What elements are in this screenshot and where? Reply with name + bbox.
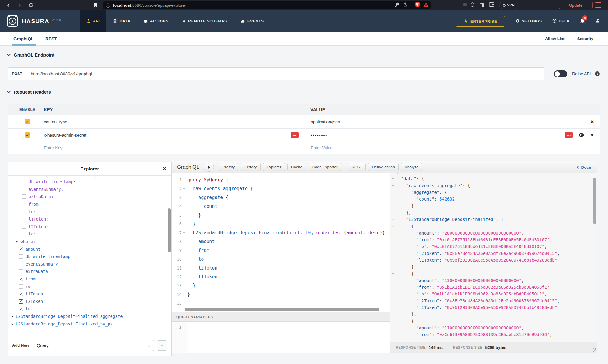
operation-type-select[interactable]: Query [33,340,154,351]
field-checkbox[interactable] [19,269,23,273]
enterprise-button[interactable]: ★ ENTERPRISE [456,16,505,27]
masked-indicator-icon[interactable] [565,132,573,138]
subnav-link-allow-list[interactable]: Allow List [545,36,565,41]
graphql-endpoint-input[interactable]: http://localhost:8080/v1/graphql [26,67,544,80]
brave-shield-icon[interactable] [415,2,420,9]
nav-tab-data[interactable]: DATA [106,10,137,32]
chevron-down-icon[interactable] [7,53,10,56]
user-button[interactable] [595,18,600,24]
field-checkbox[interactable] [19,307,23,311]
new-header-value-input[interactable]: Enter Value [304,142,600,154]
chevron-down-icon[interactable] [7,90,10,93]
ghost-extension-icon[interactable] [470,2,475,8]
nav-tab-events[interactable]: EVENTS [234,10,271,32]
back-icon[interactable] [4,1,13,9]
notifications-button[interactable]: 8 [580,18,585,25]
site-info-icon[interactable]: i [106,3,110,8]
field-checkbox[interactable] [19,284,23,289]
toolbar-button-code-exporter[interactable]: Code Exporter [309,163,341,171]
relay-api-toggle[interactable] [554,70,567,77]
explorer-item-extradata[interactable]: extraData: [8,193,171,201]
enable-checkbox[interactable]: ✓ [25,119,30,124]
explorer-item-eventssummary[interactable]: eventsSummary: [8,186,171,193]
explorer-item-amount[interactable]: amount [8,245,171,253]
explorer-item-db_write_timestamp[interactable]: db_write_timestamp: [8,178,171,186]
header-key-input[interactable]: content-type [44,119,67,124]
nav-tab-actions[interactable]: ACTIONS [137,10,175,32]
explorer-item-to[interactable]: to [8,305,171,313]
subnav-link-security[interactable]: Security [577,36,593,41]
sidebar-extension-icon[interactable] [480,3,484,7]
toolbar-button-derive-action[interactable]: Derive action [368,163,399,171]
reveal-eye-icon[interactable] [579,133,584,137]
horizontal-scrollbar[interactable] [185,308,379,311]
field-checkbox[interactable] [19,299,23,304]
wallet-icon[interactable] [489,2,494,8]
expand-arrow-icon[interactable]: ▶ [12,322,13,325]
key-icon[interactable] [395,2,399,8]
nav-tab-remote-schemas[interactable]: REMOTE SCHEMAS [175,10,234,32]
masked-indicator-icon[interactable] [291,132,299,138]
header-value-input[interactable]: application/json [311,119,340,124]
explorer-item-db_write_timestamp[interactable]: db_write_timestamp [8,253,171,260]
help-button[interactable]: ? HELP [552,19,569,24]
remove-header-icon[interactable]: ✕ [590,119,594,125]
execute-query-button[interactable] [204,163,214,172]
remove-header-icon[interactable]: ✕ [590,132,594,138]
header-value-input[interactable]: •••••••• [311,133,327,138]
expand-arrow-icon[interactable]: ▶ [16,240,18,243]
explorer-item-to[interactable]: to: [8,230,171,238]
new-header-key-input[interactable]: Enter Key [35,146,304,150]
field-checkbox[interactable] [22,210,26,214]
menu-icon[interactable] [595,2,601,8]
explorer-item-l2token[interactable]: l2Token: [8,223,171,231]
query-editor[interactable]: 1▾query MyQuery {2▾ raw_events_aggregate… [172,173,390,310]
enable-checkbox[interactable]: ✓ [25,132,30,138]
share-icon[interactable] [403,2,407,8]
toolbar-button-history[interactable]: History [241,163,260,171]
field-checkbox[interactable] [19,247,23,251]
explorer-item-extradata[interactable]: extraData [8,268,171,275]
toolbar-button-rest[interactable]: REST [348,163,366,171]
explorer-item-l1token[interactable]: l1Token [8,290,171,298]
toolbar-button-explorer[interactable]: Explorer [263,163,285,171]
field-checkbox[interactable] [22,232,26,236]
add-operation-button[interactable]: + [157,340,167,351]
field-checkbox[interactable] [22,202,26,206]
warning-triangle-icon[interactable] [423,2,429,8]
explorer-item-l2standardbridge_depositfinalized_by_pk[interactable]: ▶L2StandardBridge_DepositFinalized_by_pk [8,320,171,328]
response-scrollbar[interactable] [593,178,596,224]
toolbar-button-analyze[interactable]: Analyze [401,163,422,171]
explorer-item-id[interactable]: id: [8,208,171,215]
reload-icon[interactable] [27,1,35,9]
field-checkbox[interactable] [22,187,26,191]
update-button[interactable]: Update [559,2,593,9]
subnav-tab-graphiql[interactable]: GraphiQL [13,32,34,46]
forward-icon[interactable] [15,1,24,9]
nav-tab-api[interactable]: API [80,10,107,32]
explorer-item-l1token[interactable]: l1Token: [8,215,171,223]
info-icon[interactable]: i [595,71,600,76]
explorer-scrollbar[interactable] [168,208,171,252]
explorer-item-l2standardbridge_depositfinalized_aggregate[interactable]: ▶L2StandardBridge_DepositFinalized_aggre… [8,313,171,320]
header-key-input[interactable]: x-hasura-admin-secret [44,133,86,138]
vpn-button[interactable]: VPN [499,2,518,9]
explorer-item-from[interactable]: from [8,275,171,283]
toolbar-button-cache[interactable]: Cache [287,163,306,171]
field-checkbox[interactable] [22,225,26,229]
explorer-item-where[interactable]: ▶where: [8,238,171,246]
field-checkbox[interactable] [19,262,23,266]
explorer-item-from[interactable]: from: [8,201,171,208]
query-variables-editor[interactable]: 1 [172,322,390,353]
field-checkbox[interactable] [19,254,23,259]
bookmark-icon[interactable] [91,1,100,9]
field-checkbox[interactable] [19,292,23,296]
response-viewer[interactable]: {▾ "data": {▾ "raw_events_aggregate": { … [390,173,592,342]
query-variables-header[interactable]: QUERY VARIABLES [172,312,390,322]
resize-grip[interactable] [593,348,596,352]
field-checkbox[interactable] [19,277,23,281]
hasura-logo[interactable]: λ [7,15,18,27]
expand-arrow-icon[interactable]: ▶ [12,315,13,318]
settings-button[interactable]: SETTINGS [515,19,542,24]
explorer-item-eventssummary[interactable]: eventsSummary [8,260,171,268]
